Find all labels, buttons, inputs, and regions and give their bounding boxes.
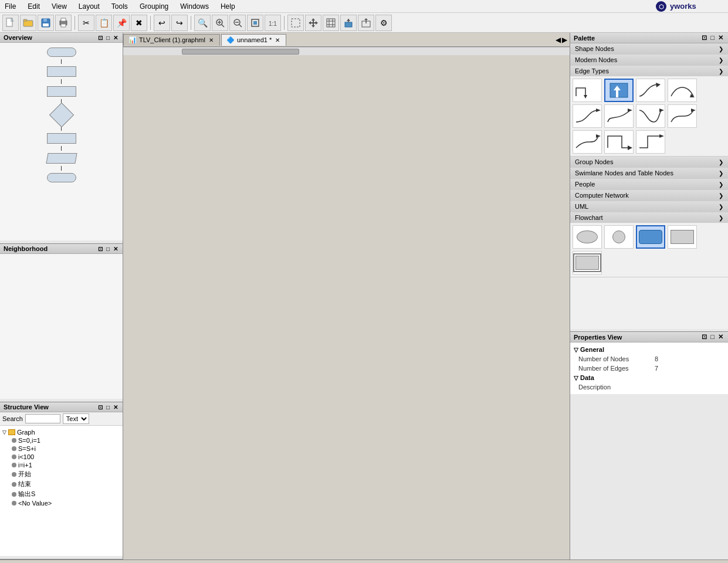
palette-edge-5[interactable] — [604, 104, 634, 128]
properties-button[interactable]: ⚙ — [375, 15, 392, 31]
fit-button[interactable] — [247, 15, 263, 31]
palette-edge-3[interactable] — [668, 79, 697, 102]
palette-section-people-header[interactable]: People ❯ — [570, 179, 728, 189]
structure-close-icon[interactable]: ✕ — [112, 404, 119, 411]
menu-edit[interactable]: Edit — [25, 1, 42, 12]
structure-minimize-icon[interactable]: ⊡ — [97, 404, 104, 411]
search-type-dropdown[interactable]: Text — [63, 413, 89, 424]
tree-item-label-7: <No Value> — [18, 500, 52, 507]
copy-button[interactable]: 📋 — [96, 15, 112, 31]
tab-0-close-icon[interactable]: ✕ — [208, 37, 215, 43]
overview-maximize-icon[interactable]: □ — [105, 35, 111, 41]
tree-root-toggle[interactable]: ▽ — [2, 429, 6, 435]
palette-edge-7[interactable] — [668, 104, 697, 128]
palette-section-modern-nodes-header[interactable]: Modern Nodes ❯ — [570, 55, 728, 65]
select-button[interactable] — [287, 15, 304, 31]
menu-grouping[interactable]: Grouping — [137, 1, 171, 12]
delete-button[interactable]: ✖ — [131, 15, 147, 31]
palette-edge-2[interactable] — [636, 79, 665, 102]
tab-next-arrow[interactable]: ▶ — [562, 36, 567, 44]
palette-flowchart-ellipse[interactable] — [573, 225, 602, 249]
palette-section-uml-header[interactable]: UML ❯ — [570, 201, 728, 212]
hscroll-thumb[interactable] — [182, 49, 299, 55]
palette-maximize-icon[interactable]: □ — [709, 34, 716, 42]
menu-view[interactable]: View — [49, 1, 69, 12]
redo-button[interactable]: ↪ — [171, 15, 188, 31]
palette-flowchart-double-rect[interactable] — [573, 251, 602, 274]
paste-button[interactable]: 📌 — [113, 15, 130, 31]
palette-edge-10[interactable] — [636, 130, 665, 154]
palette-section-edge-types-header[interactable]: Edge Types ❯ — [570, 66, 728, 76]
neighborhood-minimize-icon[interactable]: ⊡ — [97, 246, 104, 252]
undo-button[interactable]: ↩ — [154, 15, 170, 31]
actual-size-button[interactable]: 1:1 — [265, 15, 281, 31]
palette-close-icon[interactable]: ✕ — [717, 34, 724, 42]
svg-marker-50 — [596, 134, 601, 138]
menu-help[interactable]: Help — [218, 1, 238, 12]
palette-flowchart-rounded-rect[interactable] — [636, 225, 665, 249]
search-input[interactable] — [25, 414, 60, 423]
properties-data-toggle[interactable]: ▽ — [574, 375, 578, 381]
palette-edge-1[interactable] — [604, 79, 634, 102]
menu-tools[interactable]: Tools — [109, 1, 130, 12]
palette-edge-6[interactable] — [636, 104, 665, 128]
tree-item-5[interactable]: 结束 — [12, 479, 120, 489]
tree-item-6[interactable]: 输出S — [12, 489, 120, 499]
palette-edge-8[interactable] — [573, 130, 602, 154]
open-button[interactable] — [20, 15, 36, 31]
menu-layout[interactable]: Layout — [76, 1, 102, 12]
menu-file[interactable]: File — [2, 1, 18, 12]
svg-marker-41 — [584, 95, 587, 99]
properties-panel: Properties View ⊡ □ ✕ ▽ General Number o… — [570, 332, 728, 559]
properties-minimize-icon[interactable]: ⊡ — [700, 333, 708, 341]
tree-item-4[interactable]: 开始 — [12, 469, 120, 479]
menu-windows[interactable]: Windows — [178, 1, 211, 12]
palette-edge-0[interactable] — [573, 79, 602, 102]
tree-item-label-2: i<100 — [18, 453, 34, 460]
overview-minimize-icon[interactable]: ⊡ — [97, 35, 104, 41]
save-button[interactable] — [38, 15, 54, 31]
structure-maximize-icon[interactable]: □ — [105, 404, 111, 411]
palette-section-flowchart-header[interactable]: Flowchart ❯ — [570, 212, 728, 223]
tree-item-3[interactable]: i=i+1 — [12, 461, 120, 469]
new-button[interactable] — [2, 15, 19, 31]
tab-1[interactable]: 🔷 unnamed1 * ✕ — [221, 34, 286, 46]
overview-close-icon[interactable]: ✕ — [112, 35, 119, 41]
tab-prev-arrow[interactable]: ◀ — [556, 36, 561, 44]
cut-button[interactable]: ✂ — [78, 15, 94, 31]
move-button[interactable] — [305, 15, 321, 31]
properties-maximize-icon[interactable]: □ — [709, 333, 716, 341]
neighborhood-maximize-icon[interactable]: □ — [105, 246, 111, 252]
properties-general-toggle[interactable]: ▽ — [574, 347, 578, 353]
palette-minimize-icon[interactable]: ⊡ — [700, 34, 708, 42]
tree-root[interactable]: ▽ Graph — [2, 428, 120, 436]
tab-1-close-icon[interactable]: ✕ — [274, 37, 281, 43]
palette-edge-9[interactable] — [604, 130, 634, 154]
palette-edge-4[interactable] — [573, 104, 602, 128]
zoom-out-button[interactable] — [229, 15, 246, 31]
tree-item-2[interactable]: i<100 — [12, 453, 120, 461]
tree-item-7[interactable]: <No Value> — [12, 499, 120, 507]
print-button[interactable] — [55, 15, 72, 31]
palette-section-group-nodes-header[interactable]: Group Nodes ❯ — [570, 157, 728, 167]
palette-section-shape-nodes-header[interactable]: Shape Nodes ❯ — [570, 43, 728, 54]
tree-item-1[interactable]: S=S+i — [12, 445, 120, 453]
tab-0[interactable]: 📊 TLV_Client (1).graphml ✕ — [123, 34, 220, 46]
palette-flowchart-circle[interactable] — [604, 225, 634, 249]
neighborhood-close-icon[interactable]: ✕ — [112, 246, 119, 252]
zoom-in-button[interactable] — [212, 15, 228, 31]
tree-item-0[interactable]: S=0,i=1 — [12, 436, 120, 445]
export-button[interactable] — [358, 15, 374, 31]
properties-close-icon[interactable]: ✕ — [717, 333, 724, 341]
palette-flowchart-rect[interactable] — [668, 225, 697, 249]
palette-section-swimlane-header[interactable]: Swimlane Nodes and Table Nodes ❯ — [570, 168, 728, 178]
palette-section-computer-network-header[interactable]: Computer Network ❯ — [570, 190, 728, 201]
grid-button[interactable] — [323, 15, 339, 31]
zoom-area-button[interactable]: 🔍 — [194, 15, 211, 31]
snap-button[interactable] — [340, 15, 357, 31]
palette-title: Palette — [574, 35, 595, 42]
canvas-inner[interactable]: 开始 S=0,i=1 S=S+i — [123, 47, 570, 559]
search-label: Search — [2, 415, 23, 422]
svg-text:⬡: ⬡ — [659, 4, 664, 10]
hscroll[interactable] — [123, 47, 570, 55]
